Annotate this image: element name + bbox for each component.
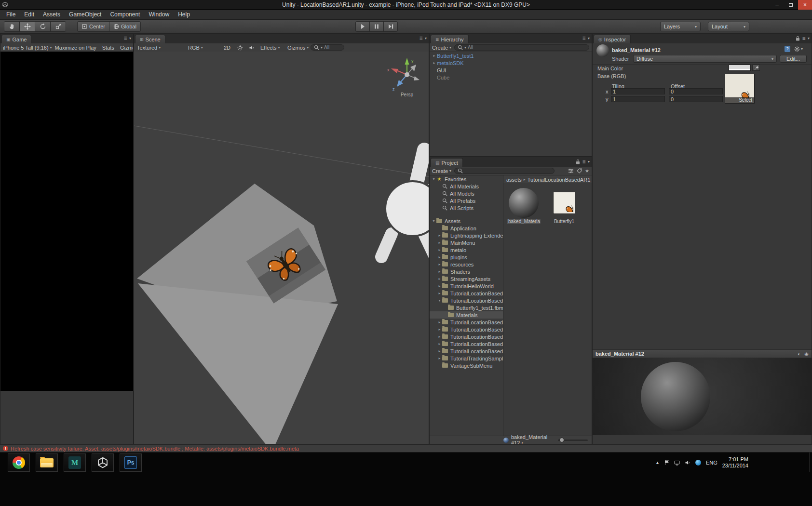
- fold-arrow-icon[interactable]: ▸: [432, 61, 437, 65]
- project-tree-item[interactable]: ▸TutorialLocationBasedAR: [430, 326, 503, 333]
- project-tree-item[interactable]: ▸TutorialLocationBasedAR: [430, 347, 503, 355]
- lighting-toggle[interactable]: [237, 44, 243, 51]
- project-tree-item[interactable]: Materials: [430, 311, 503, 319]
- search-by-type-icon[interactable]: [568, 168, 574, 173]
- project-tree-item[interactable]: All Models: [430, 190, 503, 197]
- stats-toggle[interactable]: Stats: [102, 45, 114, 51]
- pause-button[interactable]: [369, 21, 384, 32]
- fold-arrow-icon[interactable]: ▾: [431, 177, 436, 181]
- project-tree-item[interactable]: ▾Assets: [430, 217, 503, 225]
- fold-arrow-icon[interactable]: ▸: [437, 356, 442, 360]
- menu-gameobject[interactable]: GameObject: [65, 10, 106, 20]
- tab-project[interactable]: ▤ Project: [431, 158, 463, 167]
- bluetooth-tray-icon[interactable]: [695, 460, 701, 466]
- project-tree-item[interactable]: ▸Shaders: [430, 268, 503, 275]
- layout-dropdown[interactable]: Layout ▾: [708, 22, 749, 31]
- color-picker-button[interactable]: [752, 65, 760, 71]
- menu-edit[interactable]: Edit: [20, 10, 39, 20]
- material-preview-header[interactable]: baked_Material #12 ◐ ◉: [593, 349, 812, 358]
- fold-arrow-icon[interactable]: ▸: [437, 240, 442, 245]
- taskbar-clock[interactable]: 7:01 PM 23/11/2014: [722, 456, 748, 469]
- project-tree-item[interactable]: ▸TutorialLocationBasedAR: [430, 340, 503, 347]
- fold-arrow-icon[interactable]: ▸: [437, 349, 442, 353]
- menu-help[interactable]: Help: [174, 10, 194, 20]
- hierarchy-search-input[interactable]: ▾ All: [454, 44, 589, 51]
- lock-icon[interactable]: [576, 159, 580, 164]
- axis-y-label[interactable]: y: [411, 58, 414, 63]
- edit-shader-button[interactable]: Edit...: [780, 55, 807, 63]
- fold-arrow-icon[interactable]: ▸: [437, 291, 442, 295]
- fold-arrow-icon[interactable]: ▸: [437, 334, 442, 339]
- breadcrumb-current[interactable]: TutorialLocationBasedAR1: [528, 177, 590, 183]
- thumbnail-zoom-slider[interactable]: [558, 439, 588, 441]
- tab-scene[interactable]: ⊞ Scene: [135, 35, 165, 43]
- fold-arrow-icon[interactable]: ▸: [437, 233, 442, 238]
- lock-icon[interactable]: [796, 36, 800, 41]
- fold-arrow-icon[interactable]: ▸: [437, 255, 442, 259]
- rotate-tool-button[interactable]: [35, 21, 51, 32]
- project-tree-item[interactable]: Application: [430, 225, 503, 232]
- fold-arrow-icon[interactable]: ▸: [437, 248, 442, 252]
- project-tree-item[interactable]: ▸StreamingAssets: [430, 275, 503, 282]
- project-tree-item[interactable]: ▸MainMenu: [430, 239, 503, 246]
- tiling-y-field[interactable]: 1: [611, 96, 665, 102]
- menu-assets[interactable]: Assets: [39, 10, 65, 20]
- project-tree-item[interactable]: ▸TutorialHelloWorld: [430, 282, 503, 290]
- panel-menu-icon[interactable]: ≣: [582, 36, 586, 40]
- pivot-toggle-button[interactable]: Center: [77, 21, 109, 32]
- project-tree-item[interactable]: VantageSubMenu: [430, 362, 503, 369]
- project-tree-item[interactable]: ▸Lightmapping Extended: [430, 232, 503, 239]
- taskbar-button-maya[interactable]: M: [64, 453, 86, 472]
- action-center-flag-icon[interactable]: [664, 460, 669, 466]
- hidden-icons-button[interactable]: ▲: [655, 460, 660, 465]
- project-tree-item[interactable]: ▸TutorialLocationBasedAR: [430, 290, 503, 297]
- project-tree-item[interactable]: ▸TutorialLocationBasedAR: [430, 319, 503, 326]
- main-color-swatch[interactable]: [729, 65, 751, 71]
- effects-dropdown[interactable]: Effects ▾: [260, 44, 280, 51]
- taskbar-button-photoshop[interactable]: Ps: [120, 453, 142, 472]
- asset-item-material[interactable]: baked_Materia...: [506, 188, 541, 224]
- game-gizmos-dropdown[interactable]: Gizmos: [120, 45, 134, 51]
- fold-arrow-icon[interactable]: ▸: [437, 269, 442, 274]
- rendermode-dropdown[interactable]: Textured ▾: [137, 44, 161, 51]
- panel-menu-icon[interactable]: ≣: [123, 36, 127, 40]
- menu-window[interactable]: Window: [144, 10, 174, 20]
- panel-menu-icon[interactable]: ≣: [419, 36, 423, 40]
- breadcrumb-root[interactable]: assets: [506, 177, 522, 183]
- search-by-label-icon[interactable]: [577, 168, 582, 173]
- fold-arrow-icon[interactable]: ▸: [437, 284, 442, 288]
- axis-z-label[interactable]: z: [392, 87, 395, 92]
- offset-x-field[interactable]: 0: [669, 88, 723, 94]
- slider-knob[interactable]: [559, 438, 564, 442]
- project-search-input[interactable]: [454, 168, 555, 174]
- scene-search-input[interactable]: ▾ All: [311, 44, 344, 51]
- tab-hierarchy[interactable]: ≣ Hierarchy: [431, 35, 469, 43]
- project-tree-item[interactable]: ▾★Favorites: [430, 175, 503, 183]
- scale-tool-button[interactable]: [50, 21, 66, 32]
- project-tree-item[interactable]: Butterfly1_test1.fbm: [430, 304, 503, 311]
- material-preview-area[interactable]: [593, 358, 812, 435]
- project-tree-item[interactable]: ▸resources: [430, 261, 503, 268]
- project-create-dropdown[interactable]: Create ▾: [432, 168, 451, 174]
- fold-arrow-icon[interactable]: ▸: [437, 327, 442, 332]
- minimize-button[interactable]: –: [770, 0, 784, 10]
- help-icon[interactable]: ?: [785, 46, 790, 52]
- hierarchy-item-cube[interactable]: Cube: [430, 74, 592, 81]
- hierarchy-create-dropdown[interactable]: Create ▾: [432, 45, 451, 51]
- taskbar-button-unity[interactable]: [92, 453, 114, 472]
- volume-icon[interactable]: [685, 460, 690, 466]
- maximize-button[interactable]: [784, 0, 798, 10]
- project-tree-item[interactable]: All Materials: [430, 183, 503, 190]
- fold-arrow-icon[interactable]: ▸: [437, 262, 442, 266]
- hierarchy-item-gui[interactable]: GUI: [430, 67, 592, 74]
- asset-item-texture[interactable]: Butterfly1: [547, 188, 582, 224]
- fold-arrow-icon[interactable]: ▾: [437, 298, 442, 303]
- audio-toggle[interactable]: [249, 44, 255, 51]
- project-tree-item[interactable]: ▸plugins: [430, 253, 503, 261]
- persp-indicator[interactable]: Persp: [401, 92, 414, 97]
- preview-lighting-icon[interactable]: ◐: [798, 351, 800, 357]
- show-desktop-button[interactable]: [809, 453, 812, 472]
- fold-arrow-icon[interactable]: ▸: [437, 342, 442, 346]
- window-titlebar[interactable]: Unity - LocationBasedAR1.unity - example…: [0, 0, 812, 10]
- taskbar-button-chrome[interactable]: [8, 453, 30, 472]
